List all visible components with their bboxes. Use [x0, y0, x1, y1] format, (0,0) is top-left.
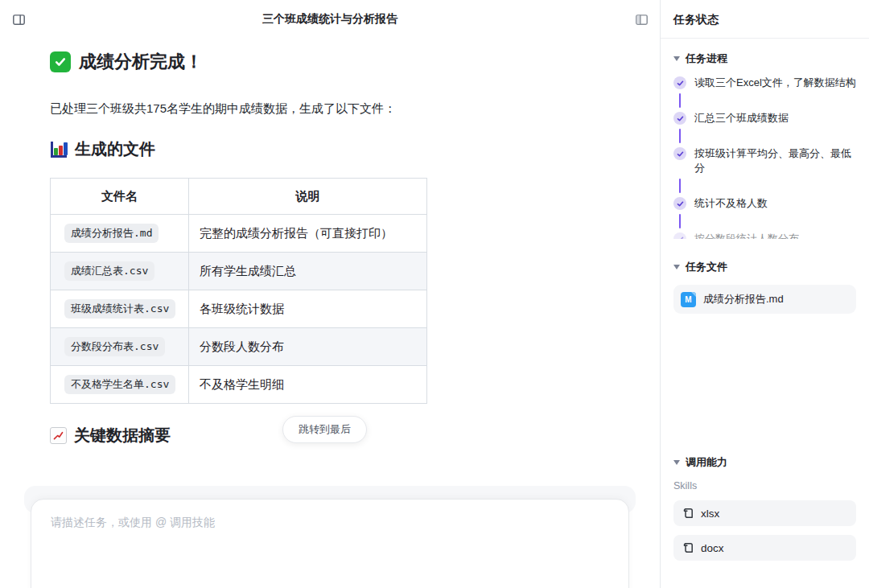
files-table-header-cell: 文件名 — [51, 179, 189, 215]
task-file-item[interactable]: M成绩分析报告.md — [673, 285, 856, 314]
markdown-file-icon: M — [681, 292, 696, 307]
file-name-cell: 分数段分布表.csv — [51, 328, 189, 366]
file-name-cell: 成绩分析报告.md — [51, 215, 189, 253]
file-name-code: 分数段分布表.csv — [64, 337, 165, 356]
progress-item: 按分数段统计人数分布 — [673, 232, 856, 239]
skill-list: xlsxdocx — [673, 500, 856, 561]
progress-item: 汇总三个班成绩数据 — [673, 111, 856, 125]
task-file-name: 成绩分析报告.md — [703, 292, 784, 306]
task-progress-header[interactable]: 任务进程 — [673, 51, 856, 66]
task-files-header[interactable]: 任务文件 — [673, 260, 856, 274]
file-name-code: 不及格学生名单.csv — [64, 375, 175, 394]
scroll-icon — [682, 507, 694, 520]
report-title-row: 成绩分析完成！ — [50, 50, 628, 74]
task-progress-label: 任务进程 — [686, 51, 727, 66]
panel-left-toggle-icon[interactable] — [11, 12, 26, 27]
summary-heading: 关键数据摘要 — [74, 425, 171, 446]
task-file-list: M成绩分析报告.md — [673, 285, 856, 314]
panel-right-toggle-icon[interactable] — [634, 12, 649, 27]
file-desc-cell: 不及格学生明细 — [189, 366, 427, 404]
progress-item-label: 汇总三个班成绩数据 — [694, 111, 789, 125]
app-window: 三个班成绩统计与分析报告 成绩分析完成！ 已处理三个班级共175名学生的期中成绩… — [0, 0, 869, 588]
progress-item: 统计不及格人数 — [673, 196, 856, 211]
chevron-down-icon — [673, 265, 680, 269]
progress-item-label: 按班级计算平均分、最高分、最低分 — [694, 146, 856, 175]
jump-to-latest-button[interactable]: 跳转到最后 — [282, 416, 367, 443]
files-table-header-row: 文件名说明 — [51, 179, 427, 215]
sidebar-title: 任务状态 — [661, 0, 869, 38]
task-input[interactable] — [31, 500, 628, 588]
progress-connector-line — [679, 214, 681, 228]
progress-connector-line — [679, 129, 681, 143]
files-heading: 生成的文件 — [75, 138, 155, 160]
task-status-sidebar: 任务状态 任务进程 读取三个Excel文件，了解数据结构汇总三个班成绩数据按班级… — [660, 0, 869, 588]
progress-connector-line — [679, 93, 681, 108]
task-files-label: 任务文件 — [686, 260, 727, 274]
file-name-code: 班级成绩统计表.csv — [64, 299, 175, 319]
green-check-emoji — [50, 51, 71, 72]
skill-item-xlsx[interactable]: xlsx — [673, 500, 856, 526]
capabilities-header[interactable]: 调用能力 — [673, 455, 856, 470]
chevron-down-icon — [673, 56, 680, 61]
files-table-row: 分数段分布表.csv分数段人数分布 — [51, 328, 427, 366]
file-name-cell: 班级成绩统计表.csv — [51, 290, 189, 328]
check-circle-icon — [673, 197, 686, 210]
page-title: 三个班成绩统计与分析报告 — [0, 12, 660, 27]
report-title: 成绩分析完成！ — [79, 50, 203, 74]
progress-item: 读取三个Excel文件，了解数据结构 — [673, 76, 856, 90]
skill-name: xlsx — [701, 508, 719, 520]
files-table-row: 班级成绩统计表.csv各班级统计数据 — [51, 290, 427, 328]
files-heading-row: 生成的文件 — [50, 138, 628, 160]
main-panel: 三个班成绩统计与分析报告 成绩分析完成！ 已处理三个班级共175名学生的期中成绩… — [0, 0, 660, 588]
capabilities-label: 调用能力 — [686, 455, 727, 470]
skill-name: docx — [701, 542, 724, 554]
files-table-row: 成绩分析报告.md完整的成绩分析报告（可直接打印） — [51, 215, 427, 253]
progress-connector-line — [679, 179, 681, 193]
progress-item-label: 按分数段统计人数分布 — [694, 232, 799, 239]
chart-increasing-emoji — [50, 427, 67, 444]
file-name-cell: 成绩汇总表.csv — [51, 253, 189, 290]
file-name-cell: 不及格学生名单.csv — [51, 366, 189, 404]
files-table-row: 不及格学生名单.csv不及格学生明细 — [51, 366, 427, 404]
progress-item-label: 统计不及格人数 — [694, 196, 768, 211]
chevron-down-icon — [673, 460, 680, 465]
scroll-icon — [682, 541, 694, 554]
file-desc-cell: 所有学生成绩汇总 — [189, 253, 427, 290]
intro-text: 已处理三个班级共175名学生的期中成绩数据，生成了以下文件： — [50, 100, 628, 117]
skill-item-docx[interactable]: docx — [673, 535, 856, 561]
file-name-code: 成绩汇总表.csv — [64, 261, 154, 281]
topbar: 三个班成绩统计与分析报告 — [0, 0, 660, 39]
file-desc-cell: 各班级统计数据 — [189, 290, 427, 328]
check-circle-icon — [673, 232, 686, 239]
generated-files-table: 文件名说明 成绩分析报告.md完整的成绩分析报告（可直接打印）成绩汇总表.csv… — [50, 178, 427, 404]
file-desc-cell: 分数段人数分布 — [189, 328, 427, 366]
task-progress-section: 任务进程 读取三个Excel文件，了解数据结构汇总三个班成绩数据按班级计算平均分… — [661, 39, 869, 239]
file-name-code: 成绩分析报告.md — [64, 224, 159, 243]
bar-chart-emoji — [50, 141, 68, 158]
progress-item-label: 读取三个Excel文件，了解数据结构 — [694, 76, 856, 90]
capabilities-section: 调用能力 Skills xlsxdocx — [661, 442, 869, 561]
files-table-header-cell: 说明 — [189, 179, 427, 215]
check-circle-icon — [673, 76, 686, 89]
check-circle-icon — [673, 147, 686, 160]
task-progress-list: 读取三个Excel文件，了解数据结构汇总三个班成绩数据按班级计算平均分、最高分、… — [673, 76, 856, 239]
skills-sublabel: Skills — [673, 480, 856, 491]
task-files-section: 任务文件 M成绩分析报告.md — [661, 247, 869, 314]
report-content[interactable]: 成绩分析完成！ 已处理三个班级共175名学生的期中成绩数据，生成了以下文件： 生… — [0, 39, 660, 458]
file-desc-cell: 完整的成绩分析报告（可直接打印） — [189, 215, 427, 253]
files-table-row: 成绩汇总表.csv所有学生成绩汇总 — [51, 253, 427, 290]
composer — [31, 499, 629, 588]
check-circle-icon — [673, 112, 686, 125]
progress-item: 按班级计算平均分、最高分、最低分 — [673, 146, 856, 175]
